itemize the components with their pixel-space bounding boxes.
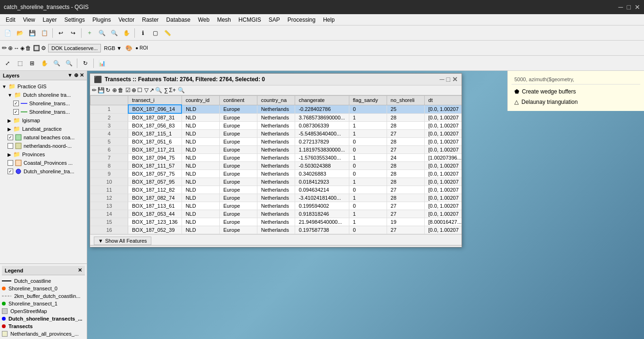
table-row[interactable]: 11BOX_187_112_82NLDEuropeNetherlands0.09… xyxy=(91,186,462,194)
table-row[interactable]: 9BOX_187_057_75NLDEuropeNetherlands0.340… xyxy=(91,170,462,178)
zoom-in-btn[interactable]: 🔍 xyxy=(96,27,107,39)
layer-properties-btn[interactable]: 📊 xyxy=(96,58,107,69)
move-feature-btn[interactable]: ↔ xyxy=(14,45,19,51)
table-row[interactable]: 4BOX_187_115_1NLDEuropeNetherlands-5.548… xyxy=(91,130,462,138)
menu-item-settings[interactable]: Settings xyxy=(61,16,89,24)
natural-beaches-checkbox[interactable]: ✓ xyxy=(8,135,13,140)
select-all-btn[interactable]: ☑ xyxy=(125,87,131,93)
save-project-btn[interactable]: 💾 xyxy=(26,27,38,39)
delete-feature-btn[interactable]: 🗑 xyxy=(25,45,31,51)
select-btn[interactable]: ▢ xyxy=(149,27,161,39)
layer-shoreline-trans-1[interactable]: ✓ Shoreline_trans... xyxy=(2,99,85,108)
menu-item-edit[interactable]: Edit xyxy=(2,16,19,24)
zoom-out-map-btn[interactable]: 🔍 xyxy=(63,58,74,69)
zoom-layer-btn[interactable]: ⬚ xyxy=(14,58,25,69)
show-all-features-btn[interactable]: ▼ Show All Features xyxy=(94,237,151,245)
redo-btn[interactable]: ↪ xyxy=(67,27,79,39)
delaunay-triangulation-btn[interactable]: △ Delaunay triangulation xyxy=(512,97,640,107)
netherlands-noord-checkbox[interactable] xyxy=(8,143,13,149)
style-btn[interactable]: 🎨 xyxy=(125,45,132,51)
layer-checkbox2[interactable]: ✓ xyxy=(13,109,19,115)
col-continent[interactable]: continent xyxy=(219,96,257,105)
field-calculator-btn[interactable]: ∑ xyxy=(164,87,168,93)
menu-item-vector[interactable]: Vector xyxy=(115,16,138,24)
menu-item-web[interactable]: Web xyxy=(194,16,213,24)
zoom-out-btn[interactable]: 🔍 xyxy=(108,27,120,39)
menu-item-raster[interactable]: Raster xyxy=(138,16,162,24)
menu-item-view[interactable]: View xyxy=(19,16,39,24)
zoom-in-map-btn[interactable]: 🔍 xyxy=(51,58,62,69)
menu-item-plugins[interactable]: Plugins xyxy=(89,16,115,24)
minimize-btn[interactable]: ─ xyxy=(619,3,623,11)
layer-netherlands-noord[interactable]: netherlands-noord-... xyxy=(2,142,85,150)
identify-btn[interactable]: ℹ xyxy=(137,27,149,39)
menu-item-help[interactable]: Help xyxy=(319,16,339,24)
layer-natural-beaches[interactable]: ✓ natural beaches coa... xyxy=(2,133,85,142)
reload-btn[interactable]: ↻ xyxy=(106,87,110,93)
zoom-full-btn[interactable]: ⤢ xyxy=(2,58,13,69)
table-row[interactable]: 2BOX_187_087_31NLDEuropeNetherlands3.768… xyxy=(91,113,462,122)
attr-table-close-btn[interactable]: ✕ xyxy=(452,76,458,83)
table-row[interactable]: 3BOX_187_056_83NLDEuropeNetherlands0.087… xyxy=(91,122,462,130)
filter-select-btn[interactable]: ▽ xyxy=(144,87,149,93)
attr-table-minimize-btn[interactable]: ─ xyxy=(440,76,445,83)
toggle-edit-btn[interactable]: ✏ xyxy=(92,87,97,93)
pan-map-btn[interactable]: ✋ xyxy=(39,58,50,69)
menu-item-sap[interactable]: SAP xyxy=(265,16,284,24)
edit-toggle-btn[interactable]: ✏ xyxy=(2,44,7,51)
table-row[interactable]: 8BOX_187_111_57NLDEuropeNetherlands-0.50… xyxy=(91,162,462,170)
col-transect-i[interactable]: transect_i xyxy=(128,96,182,105)
refresh-btn[interactable]: ↻ xyxy=(80,58,91,69)
new-project-btn[interactable]: 📄 xyxy=(2,27,13,39)
legend-close-btn[interactable]: ✕ xyxy=(78,267,82,273)
menu-item-database[interactable]: Database xyxy=(163,16,194,24)
col-no-shoreli[interactable]: no_shoreli xyxy=(387,96,424,105)
table-row[interactable]: 15BOX_187_123_136NLDEuropeNetherlands21.… xyxy=(91,218,462,226)
roi-btn[interactable]: ● ROI xyxy=(133,45,150,51)
add-feature-btn[interactable]: ⊕ xyxy=(8,45,13,51)
layer-group-dutch-shoreline[interactable]: ▼ 📁 Dutch shoreline tra... xyxy=(2,91,85,99)
layers-filter-btn[interactable]: ▼ xyxy=(67,72,73,78)
layers-add-btn[interactable]: ⊕ xyxy=(74,72,78,78)
layer-group-provinces[interactable]: ▶ 📁 Provinces xyxy=(2,150,85,159)
row-num-header[interactable] xyxy=(91,96,128,105)
table-row[interactable]: 10BOX_187_057_95NLDEuropeNetherlands0.01… xyxy=(91,178,462,186)
delete-row-btn[interactable]: 🗑 xyxy=(118,87,124,93)
layer-checkbox[interactable]: ✓ xyxy=(13,101,19,106)
table-row[interactable]: 6BOX_187_117_21NLDEuropeNetherlands1.181… xyxy=(91,146,462,154)
undo-btn[interactable]: ↩ xyxy=(55,27,66,39)
pan-btn[interactable]: ✋ xyxy=(121,27,132,39)
add-row-btn[interactable]: ⊕ xyxy=(112,87,117,93)
layers-close-btn[interactable]: ✕ xyxy=(80,72,84,78)
menu-item-mesh[interactable]: Mesh xyxy=(213,16,234,24)
measure-btn[interactable]: 📏 xyxy=(162,27,173,39)
save-as-btn[interactable]: 📋 xyxy=(39,27,50,39)
rgb-selector[interactable]: RGB ▼ xyxy=(102,45,124,51)
menu-item-layer[interactable]: Layer xyxy=(39,16,60,24)
advanced-edit-btn[interactable]: ⚙ xyxy=(41,45,46,51)
table-row[interactable]: 16BOX_187_052_39NLDEuropeNetherlands0.19… xyxy=(91,226,462,234)
node-tool-btn[interactable]: ◈ xyxy=(20,45,25,51)
zoom-selection-btn[interactable]: ⊞ xyxy=(26,58,38,69)
create-wedge-buffers-btn[interactable]: ⬟ Create wedge buffers xyxy=(512,86,640,97)
col-country-na[interactable]: country_na xyxy=(257,96,295,105)
maximize-btn[interactable]: □ xyxy=(627,3,631,11)
layer-dutch-shoreline-tra[interactable]: ✓ Dutch_shoreline_tra... xyxy=(2,167,85,176)
add-layer-btn[interactable]: ＋ xyxy=(84,27,95,39)
table-row[interactable]: 13BOX_187_113_61NLDEuropeNetherlands0.19… xyxy=(91,202,462,210)
dutch-shoreline-tra-checkbox[interactable]: ✓ xyxy=(8,169,13,174)
open-project-btn[interactable]: 📂 xyxy=(14,27,25,39)
menu-item-hcmgis[interactable]: HCMGIS xyxy=(235,16,265,24)
coastal-provinces-checkbox[interactable] xyxy=(8,160,13,166)
table-row[interactable]: 14BOX_187_053_44NLDEuropeNetherlands0.91… xyxy=(91,210,462,218)
col-changerate[interactable]: changerate xyxy=(295,96,349,105)
save-edits-btn[interactable]: 💾 xyxy=(98,87,105,93)
attr-table-maximize-btn[interactable]: □ xyxy=(446,76,450,83)
invert-selection-btn[interactable]: ⊕ xyxy=(132,87,136,93)
new-field-btn[interactable]: Σ+ xyxy=(169,87,176,93)
table-row[interactable]: 7BOX_187_094_75NLDEuropeNetherlands-1.57… xyxy=(91,154,462,162)
layer-group-landsat[interactable]: ▶ 📁 Landsat_practice xyxy=(2,125,85,133)
search-btn[interactable]: 🔍 xyxy=(178,87,185,93)
table-row[interactable]: 5BOX_187_051_6NLDEuropeNetherlands0.2721… xyxy=(91,138,462,146)
close-btn[interactable]: ✕ xyxy=(635,3,640,11)
